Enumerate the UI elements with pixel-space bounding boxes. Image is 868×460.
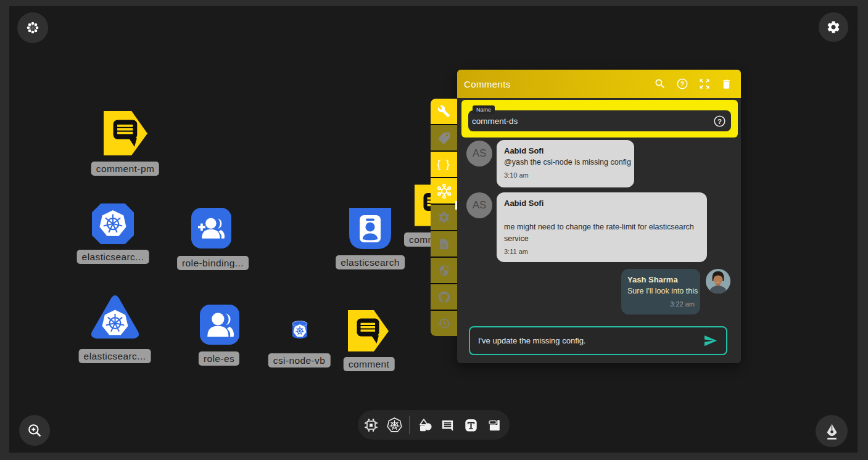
svg-text:?: ?	[717, 118, 722, 125]
svg-text:?: ?	[680, 81, 684, 88]
